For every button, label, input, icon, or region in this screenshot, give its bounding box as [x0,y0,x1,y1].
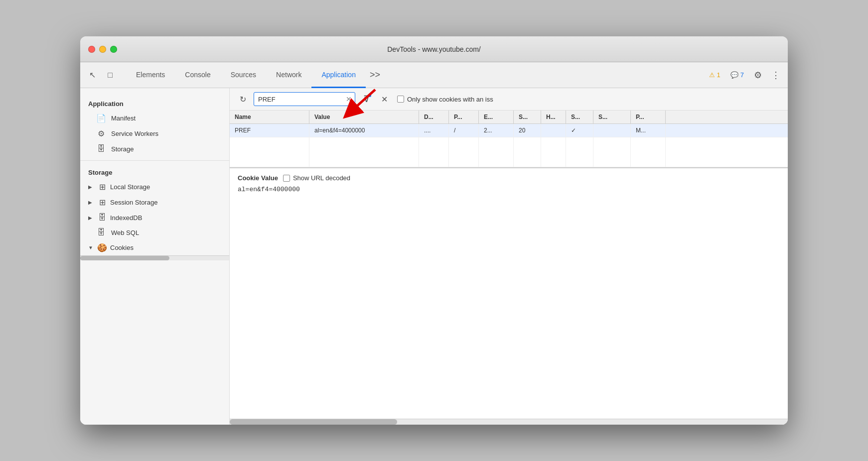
sidebar-item-cookies[interactable]: ▼ 🍪 Cookies [80,240,229,255]
sidebar-item-service-workers[interactable]: ⚙ Service Workers [80,126,229,141]
local-storage-icon: ⊞ [97,182,107,192]
more-options-btn[interactable]: ⋮ [768,67,784,83]
show-decoded-checkbox[interactable] [283,175,290,182]
sidebar-item-session-storage[interactable]: ▶ ⊞ Session Storage [80,195,229,210]
issues-btn[interactable]: 💬 7 [726,69,748,81]
refresh-btn[interactable]: ↻ [236,92,250,106]
table-header: Name Value D... P... E... S... H... S...… [230,111,788,124]
service-workers-label: Service Workers [111,130,158,137]
expand-arrow-session: ▶ [88,200,94,205]
empty-cell [541,137,566,167]
clear-btn[interactable]: ✕ [377,92,391,106]
header-expires: E... [479,111,514,123]
empty-cell [230,137,309,167]
header-priority: P... [631,111,666,123]
close-btn[interactable] [88,46,95,53]
expand-arrow-indexeddb: ▶ [88,215,94,221]
session-storage-label: Session Storage [110,199,157,206]
window-title: DevTools - www.youtube.com/ [387,45,481,53]
cookie-value-title: Cookie Value [238,174,278,182]
filter-btn[interactable]: ⊽ [359,92,373,106]
indexeddb-label: IndexedDB [110,214,142,222]
nav-icons: ↖ □ [84,62,126,88]
empty-cell [514,137,541,167]
empty-cell [566,137,593,167]
sidebar-item-web-sql[interactable]: 🗄 Web SQL [80,225,229,240]
sidebar-item-local-storage[interactable]: ▶ ⊞ Local Storage [80,179,229,195]
maximize-btn[interactable] [110,46,117,53]
sidebar-item-manifest[interactable]: 📄 Manifest [80,111,229,126]
cursor-icon: ↖ [89,70,96,80]
more-icon: ⋮ [771,70,780,81]
header-domain: D... [419,111,449,123]
sidebar-item-storage-app[interactable]: 🗄 Storage [80,141,229,156]
sidebar-divider [80,160,229,161]
bottom-scrollbar[interactable] [230,419,788,425]
show-decoded-label[interactable]: Show URL decoded [283,174,350,182]
cookies-icon: 🍪 [97,243,107,252]
sidebar: Application 📄 Manifest ⚙ Service Workers… [80,88,230,425]
more-tabs-btn[interactable]: >> [366,62,384,88]
cell-path-pref: / [449,124,479,137]
tab-sources[interactable]: Sources [221,62,266,88]
cookies-label: Cookies [110,244,134,251]
sidebar-scrollbar-area[interactable] [80,255,229,260]
header-size: S... [514,111,541,123]
web-sql-label: Web SQL [111,229,139,236]
web-sql-icon: 🗄 [96,228,106,237]
cookie-value-content: al=en&f4=4000000 [238,186,780,193]
sidebar-item-indexeddb[interactable]: ▶ 🗄 IndexedDB [80,210,229,225]
empty-space [230,199,788,419]
clear-search-icon: ✕ [346,95,352,103]
warnings-btn[interactable]: ⚠ 1 [705,69,724,81]
tab-elements[interactable]: Elements [126,62,175,88]
warn-count: 1 [717,71,721,79]
empty-cell [479,137,514,167]
manifest-icon: 📄 [96,114,106,123]
cell-priority-pref: M... [631,124,666,137]
storage-app-icon: 🗄 [96,144,106,153]
main-content: Application 📄 Manifest ⚙ Service Workers… [80,88,788,425]
expand-arrow-local: ▶ [88,184,94,190]
filter-active-dot [368,94,371,97]
empty-cell [631,137,666,167]
cookies-table: Name Value D... P... E... S... H... S...… [230,111,788,167]
cookie-value-header: Cookie Value Show URL decoded [238,174,780,182]
nav-tabs: Elements Console Sources Network Applica… [126,62,384,88]
only-issues-label[interactable]: Only show cookies with an iss [397,96,493,103]
chat-icon: 💬 [730,71,738,79]
cell-name-pref: PREF [230,124,309,137]
bottom-scrollbar-thumb [230,419,397,425]
tab-application[interactable]: Application [311,62,366,88]
cursor-icon-btn[interactable]: ↖ [84,67,100,83]
refresh-icon: ↻ [240,95,246,104]
devtools-window: DevTools - www.youtube.com/ ↖ □ Elements… [80,36,788,425]
toolbar-inner: ↻ ✕ ⊽ ✕ [236,92,782,106]
search-input[interactable] [254,96,344,103]
empty-cell [419,137,449,167]
device-icon: □ [108,71,113,80]
cell-secure-pref: ✓ [566,124,593,137]
search-box: ✕ [254,92,355,106]
tab-console[interactable]: Console [175,62,220,88]
cookie-value-section: Cookie Value Show URL decoded al=en&f4=4… [230,168,788,199]
table-row-empty-1[interactable] [230,137,788,167]
settings-btn[interactable]: ⚙ [750,67,766,83]
table-row[interactable]: PREF al=en&f4=4000000 .... / 2... 20 ✓ M… [230,124,788,137]
header-path: P... [449,111,479,123]
settings-icon: ⚙ [754,70,762,81]
only-issues-text: Only show cookies with an iss [407,96,493,103]
clear-icon: ✕ [381,95,388,104]
window-controls [88,46,117,53]
cookies-toolbar: ↻ ✕ ⊽ ✕ [230,88,788,111]
minimize-btn[interactable] [99,46,106,53]
tab-network[interactable]: Network [266,62,311,88]
session-storage-icon: ⊞ [97,198,107,207]
device-toggle-btn[interactable]: □ [102,67,118,83]
empty-cell [449,137,479,167]
cell-domain-pref: .... [419,124,449,137]
search-clear-btn[interactable]: ✕ [344,94,354,104]
only-issues-checkbox[interactable] [397,96,404,103]
indexeddb-icon: 🗄 [97,213,107,222]
service-workers-icon: ⚙ [96,129,106,138]
